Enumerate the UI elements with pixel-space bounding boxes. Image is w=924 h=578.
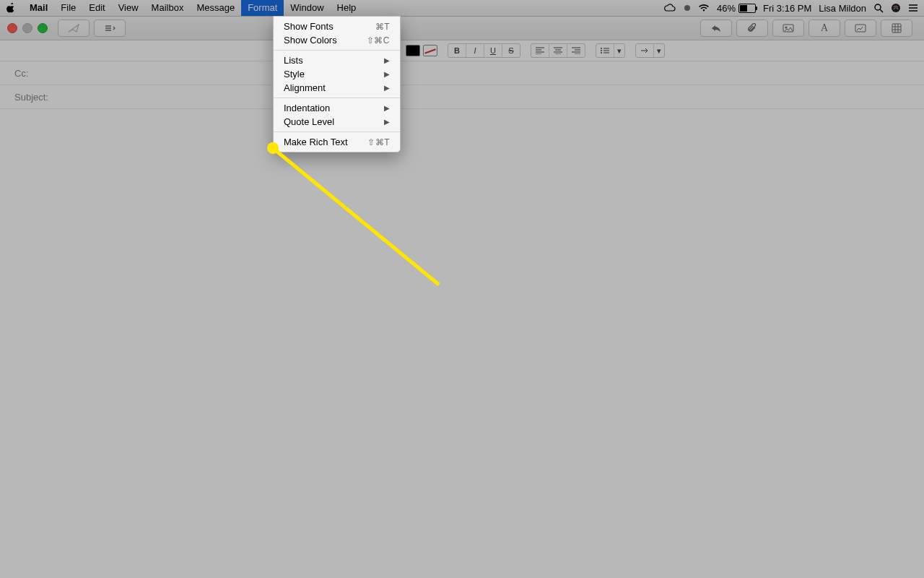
indent-group: ▾ xyxy=(635,43,665,58)
attach-button[interactable] xyxy=(736,20,768,37)
svg-point-32 xyxy=(601,50,602,51)
subject-label: Subject: xyxy=(14,92,58,103)
svg-point-30 xyxy=(601,48,602,49)
menu-alignment[interactable]: Alignment▶ xyxy=(274,81,400,95)
send-button[interactable] xyxy=(58,20,90,37)
clock[interactable]: Fri 3:16 PM xyxy=(763,3,811,14)
format-menu: Show Fonts⌘T Show Colors⇧⌘C Lists▶ Style… xyxy=(273,16,401,152)
menu-format[interactable]: Format xyxy=(241,0,284,16)
menu-show-colors[interactable]: Show Colors⇧⌘C xyxy=(274,33,400,47)
minimize-window-button[interactable] xyxy=(22,23,32,33)
svg-point-0 xyxy=(684,5,690,11)
reply-button[interactable] xyxy=(700,20,732,37)
underline-button[interactable]: U xyxy=(484,44,502,57)
svg-point-1 xyxy=(875,4,881,10)
submenu-arrow-icon: ▶ xyxy=(384,56,390,64)
menu-show-fonts[interactable]: Show Fonts⌘T xyxy=(274,20,400,33)
strike-button[interactable]: S xyxy=(502,44,520,57)
bold-button[interactable]: B xyxy=(448,44,466,57)
apple-logo-icon xyxy=(6,3,16,13)
align-group xyxy=(531,43,585,58)
menu-app[interactable]: Mail xyxy=(23,0,54,16)
window-toolbar: A xyxy=(0,17,924,40)
wifi-icon[interactable] xyxy=(698,4,710,12)
compose-body[interactable] xyxy=(0,109,924,578)
menubar-status: 46% Fri 3:16 PM Lisa Mildon xyxy=(663,3,918,14)
close-window-button[interactable] xyxy=(7,23,17,33)
cloud-icon xyxy=(663,4,676,12)
menu-indentation[interactable]: Indentation▶ xyxy=(274,101,400,115)
menu-make-rich-text[interactable]: Make Rich Text⇧⌘T xyxy=(274,135,400,149)
list-group: ▾ xyxy=(596,43,625,58)
menu-lists[interactable]: Lists▶ xyxy=(274,53,400,67)
markup-button[interactable] xyxy=(845,20,876,37)
align-center-button[interactable] xyxy=(549,44,567,57)
emoji-button[interactable] xyxy=(881,20,912,37)
menu-view[interactable]: View xyxy=(112,0,145,16)
format-button[interactable]: A xyxy=(808,20,840,37)
zoom-window-button[interactable] xyxy=(38,23,48,33)
cc-row[interactable]: Cc: xyxy=(0,61,924,85)
align-right-button[interactable] xyxy=(567,44,585,57)
svg-line-2 xyxy=(880,9,883,12)
cc-label: Cc: xyxy=(14,68,58,79)
menubar: Mail File Edit View Mailbox Message Form… xyxy=(0,0,924,17)
indent-button[interactable] xyxy=(636,44,654,57)
compose-headers: Cc: Subject: xyxy=(0,61,924,109)
window-controls xyxy=(7,23,48,33)
header-fields-button[interactable] xyxy=(94,20,126,37)
menu-help[interactable]: Help xyxy=(331,0,363,16)
svg-point-34 xyxy=(601,52,602,53)
subject-row[interactable]: Subject: xyxy=(0,85,924,109)
svg-point-11 xyxy=(785,27,788,29)
photo-browser-button[interactable] xyxy=(772,20,804,37)
battery-status[interactable]: 46% xyxy=(717,3,756,14)
italic-button[interactable]: I xyxy=(466,44,484,57)
align-left-button[interactable] xyxy=(531,44,549,57)
battery-pct: 46% xyxy=(717,3,736,14)
menu-style[interactable]: Style▶ xyxy=(274,67,400,81)
siri-icon[interactable] xyxy=(891,3,901,13)
list-dropdown-button[interactable]: ▾ xyxy=(614,44,624,57)
menu-file[interactable]: File xyxy=(54,0,82,16)
menu-edit[interactable]: Edit xyxy=(82,0,111,16)
user-name[interactable]: Lisa Mildon xyxy=(819,3,866,14)
text-style-group: B I U S xyxy=(448,43,520,58)
notification-center-icon[interactable] xyxy=(908,4,918,12)
dot-icon xyxy=(684,4,691,12)
battery-icon xyxy=(738,4,756,13)
menu-mailbox[interactable]: Mailbox xyxy=(145,0,191,16)
submenu-arrow-icon: ▶ xyxy=(384,84,390,92)
text-color-swatch[interactable] xyxy=(406,45,420,56)
svg-rect-13 xyxy=(892,24,901,33)
callout-anchor-dot xyxy=(267,142,279,154)
list-button[interactable] xyxy=(596,44,614,57)
menu-message[interactable]: Message xyxy=(190,0,241,16)
submenu-arrow-icon: ▶ xyxy=(384,104,390,112)
submenu-arrow-icon: ▶ xyxy=(384,118,390,126)
spotlight-icon[interactable] xyxy=(873,3,884,13)
format-bar: B I U S ▾ ▾ xyxy=(0,40,924,61)
bg-color-swatch[interactable] xyxy=(423,45,437,56)
menu-quote-level[interactable]: Quote Level▶ xyxy=(274,115,400,129)
menu-window[interactable]: Window xyxy=(284,0,330,16)
svg-rect-12 xyxy=(855,25,866,32)
submenu-arrow-icon: ▶ xyxy=(384,70,390,78)
indent-dropdown-button[interactable]: ▾ xyxy=(654,44,664,57)
